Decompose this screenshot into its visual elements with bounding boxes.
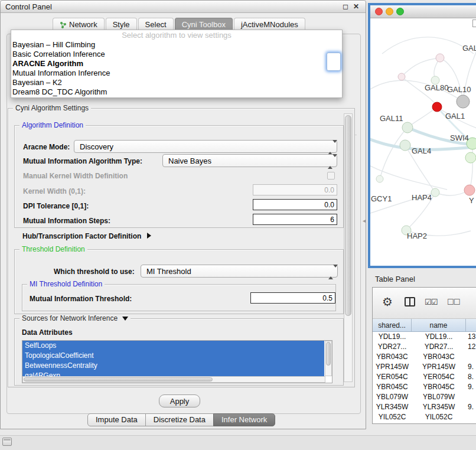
minimize-traffic-light-icon[interactable] xyxy=(386,8,393,15)
which-threshold-label: Which threshold to use: xyxy=(54,268,135,276)
cell xyxy=(466,392,476,402)
node-label[interactable]: GAL4 xyxy=(412,146,431,155)
bottom-tab-bar: Impute Data Discretize Data Infer Networ… xyxy=(87,413,275,426)
tab-label: Network xyxy=(69,19,97,31)
apply-button[interactable]: Apply xyxy=(159,394,200,407)
node-label[interactable]: GAL80 xyxy=(425,83,448,92)
list-item-selected[interactable]: TopologicalCoefficient xyxy=(22,351,324,361)
sources-section-header[interactable]: Sources for Network Inference xyxy=(19,314,131,322)
control-panel-window: Control Panel ◻ ✕ Network Style Select C… xyxy=(0,0,366,429)
dpi-tolerance-field[interactable] xyxy=(253,199,337,210)
panel-splitter-icon[interactable]: ◂ xyxy=(363,217,366,224)
table-row[interactable]: YBL079WYBL079W xyxy=(373,392,476,402)
tab-select[interactable]: Select xyxy=(138,18,174,31)
dropdown-item[interactable]: Mutual Information Inference xyxy=(11,69,342,78)
aracne-mode-select[interactable]: Discovery xyxy=(74,140,337,153)
table-body: YDL19...YDL19...13 YDR27...YDR27...12 YB… xyxy=(373,332,476,423)
node-label[interactable]: GAL8 xyxy=(462,44,476,53)
table-row[interactable]: YLR345WYLR345W9. xyxy=(373,402,476,412)
cell: YBL079W xyxy=(373,392,412,402)
node-label[interactable]: Y xyxy=(469,196,474,205)
dropdown-item[interactable]: Dream8 DC_TDC Algorithm xyxy=(11,87,342,97)
close-traffic-light-icon[interactable] xyxy=(375,8,383,15)
cell: 9. xyxy=(466,362,476,372)
group-title: Threshold Definition xyxy=(19,245,87,253)
node-label[interactable]: GAL11 xyxy=(380,114,403,123)
tab-jactivemnodules[interactable]: jActiveMNodules xyxy=(234,18,305,31)
selected-value: Naive Bayes xyxy=(168,156,211,165)
table-row[interactable]: YDR27...YDR27...12 xyxy=(373,342,476,352)
top-tab-bar: Network Style Select Cyni Toolbox jActiv… xyxy=(53,18,305,31)
mi-steps-field[interactable] xyxy=(253,214,337,225)
focused-spinner[interactable] xyxy=(327,53,341,71)
node-label[interactable]: HAP2 xyxy=(407,231,427,240)
zoom-traffic-light-icon[interactable] xyxy=(396,8,404,15)
dropdown-item[interactable]: Basic Correlation Inference xyxy=(11,50,342,59)
node-label[interactable]: SWI4 xyxy=(450,133,469,142)
dropdown-item[interactable]: Bayesian – K2 xyxy=(11,78,342,87)
list-horizontal-scrollbar[interactable] xyxy=(22,376,325,383)
node-label[interactable]: GAL1 xyxy=(445,112,465,120)
tab-infer-network[interactable]: Infer Network xyxy=(213,413,275,426)
network-canvas[interactable]: GAL8 GAL80 GAL10 GAL11 GAL1 SWI4 GAL4 GC… xyxy=(370,18,476,266)
column-header-partial[interactable] xyxy=(466,319,476,331)
tab-network[interactable]: Network xyxy=(53,18,105,31)
dropdown-item[interactable]: Bayesian – Hill Climbing xyxy=(11,40,342,50)
gear-icon[interactable]: ⚙ xyxy=(382,295,393,308)
data-attributes-list[interactable]: SelfLoops TopologicalCoefficient Between… xyxy=(22,340,332,383)
scrollbar-thumb[interactable] xyxy=(326,342,331,366)
cell: YER054C xyxy=(373,372,412,382)
select-all-checkboxes-icon[interactable]: ☑☑ xyxy=(425,298,437,306)
table-row[interactable]: YBR043CYBR043C xyxy=(373,352,476,362)
list-item-selected[interactable]: SelfLoops xyxy=(22,341,324,351)
tab-cyni-toolbox[interactable]: Cyni Toolbox xyxy=(175,18,233,31)
scrollbar-thumb[interactable] xyxy=(345,115,351,316)
close-icon[interactable]: ✕ xyxy=(351,2,361,11)
birdseye-box[interactable] xyxy=(472,19,476,27)
control-panel-title: Control Panel xyxy=(5,2,52,11)
control-panel-titlebar[interactable]: Control Panel ◻ ✕ xyxy=(1,1,366,13)
list-item-selected[interactable]: BetweennessCentrality xyxy=(22,361,324,371)
network-window-titlebar[interactable] xyxy=(370,5,476,18)
cell: YDL19... xyxy=(373,332,412,342)
mi-steps-label: Mutual Information Steps: xyxy=(23,217,110,225)
tab-impute-data[interactable]: Impute Data xyxy=(87,413,146,426)
which-threshold-select[interactable]: MI Threshold xyxy=(141,265,338,278)
table-row[interactable]: YPR145WYPR145W9. xyxy=(373,362,476,372)
cell xyxy=(466,412,476,422)
table-row[interactable]: YER054CYER054C8. xyxy=(373,372,476,382)
threshold-definition-group: Threshold Definition Which threshold to … xyxy=(14,249,344,314)
columns-icon[interactable] xyxy=(405,297,415,306)
table-row[interactable]: YDL19...YDL19...13 xyxy=(373,332,476,342)
kernel-width-field[interactable] xyxy=(253,184,337,195)
table-row[interactable]: YBR045CYBR045C9. xyxy=(373,382,476,392)
node-label[interactable]: GAL10 xyxy=(447,85,471,94)
hub-factor-section-header[interactable]: Hub/Transcription Factor Definition xyxy=(22,231,151,240)
float-window-icon[interactable]: ◻ xyxy=(341,2,350,11)
tab-style[interactable]: Style xyxy=(106,18,137,31)
manual-kernel-width-checkbox[interactable] xyxy=(327,172,335,180)
manual-kernel-width-label: Manual Kernel Width Definition xyxy=(23,172,128,180)
tab-label: Style xyxy=(113,19,130,31)
tab-label: Cyni Toolbox xyxy=(182,19,226,31)
column-header-shared-name[interactable]: shared... xyxy=(373,319,412,331)
list-vertical-scrollbar[interactable] xyxy=(325,341,332,376)
deselect-all-checkboxes-icon[interactable]: ☐☐ xyxy=(447,298,459,306)
cell: YPR145W xyxy=(412,362,466,372)
mi-algorithm-type-select[interactable]: Naive Bayes xyxy=(162,154,337,167)
cell: YDR27... xyxy=(373,342,412,352)
settings-scrollbar[interactable] xyxy=(344,113,353,382)
algorithm-dropdown-popup: Select algorithm to view settings Bayesi… xyxy=(11,30,343,98)
tab-discretize-data[interactable]: Discretize Data xyxy=(145,413,214,426)
mi-threshold-field[interactable] xyxy=(250,292,335,304)
scrollbar-thumb[interactable] xyxy=(24,377,213,381)
sources-title: Sources for Network Inference xyxy=(22,314,118,322)
table-row[interactable]: YIL052CYIL052C xyxy=(373,412,476,422)
node-label[interactable]: GCY1 xyxy=(371,194,392,203)
control-panel-dock-icon[interactable] xyxy=(2,438,12,446)
network-view-window: GAL8 GAL80 GAL10 GAL11 GAL1 SWI4 GAL4 GC… xyxy=(368,3,476,268)
dropdown-item-selected[interactable]: ARACNE Algorithm xyxy=(11,59,342,69)
node-label[interactable]: HAP4 xyxy=(412,193,432,202)
column-header-name[interactable]: name xyxy=(412,319,466,331)
selected-value: Discovery xyxy=(80,142,113,151)
